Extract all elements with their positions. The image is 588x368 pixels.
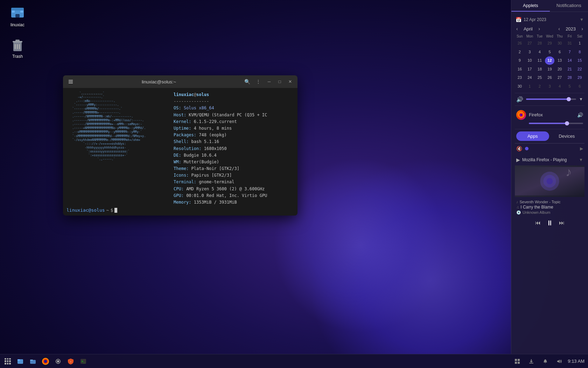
cal-day[interactable]: 21 bbox=[565, 65, 575, 74]
calendar-prev-month[interactable]: ‹ bbox=[515, 25, 519, 32]
media-expand-icon[interactable]: ▼ bbox=[579, 157, 583, 162]
taskbar-tray-download-icon[interactable] bbox=[526, 356, 537, 367]
cal-day[interactable]: 30 bbox=[555, 39, 565, 48]
media-next-button[interactable]: ⏭ bbox=[559, 220, 565, 226]
cal-day[interactable]: 1 bbox=[525, 82, 535, 91]
cal-day[interactable]: 25 bbox=[535, 74, 545, 82]
terminal-minimize-button[interactable]: ─ bbox=[265, 78, 273, 86]
volume-section: 🔊 ▼ bbox=[515, 93, 584, 105]
download-tray-icon bbox=[528, 359, 534, 364]
cal-day[interactable]: 3 bbox=[545, 82, 555, 91]
cal-day[interactable]: 11 bbox=[535, 56, 545, 65]
cal-day[interactable]: 15 bbox=[575, 56, 584, 65]
cal-day[interactable]: 4 bbox=[535, 48, 545, 56]
cal-day[interactable]: 5 bbox=[565, 82, 575, 91]
terminal-menu-icon bbox=[66, 77, 75, 86]
volume-slider[interactable] bbox=[526, 98, 576, 100]
terminal-close-button[interactable]: ✕ bbox=[286, 78, 294, 86]
volume-expand-icon[interactable]: ▼ bbox=[579, 97, 583, 102]
calendar-prev-year[interactable]: ‹ bbox=[557, 25, 561, 32]
cal-day[interactable]: 17 bbox=[525, 65, 535, 74]
cal-day[interactable]: 18 bbox=[535, 65, 545, 74]
muted-expand-icon[interactable]: ▶ bbox=[580, 146, 583, 151]
media-art-area: ♪ bbox=[515, 165, 584, 197]
svg-point-17 bbox=[520, 114, 522, 116]
terminal-title: linuxiac@solus:~ bbox=[78, 79, 240, 84]
firefox-volume-slider[interactable] bbox=[529, 123, 583, 124]
cal-day[interactable]: 26 bbox=[515, 39, 525, 48]
cal-day-today[interactable]: 12 bbox=[545, 56, 555, 65]
cal-day[interactable]: 24 bbox=[525, 74, 535, 82]
cal-day[interactable]: 23 bbox=[515, 74, 525, 82]
taskbar-terminal-button[interactable]: >_ bbox=[78, 356, 89, 367]
tab-apps[interactable]: Apps bbox=[516, 131, 549, 141]
media-prev-button[interactable]: ⏮ bbox=[535, 220, 541, 226]
taskbar-app-grid-button[interactable] bbox=[2, 356, 13, 367]
cal-day[interactable]: 26 bbox=[545, 74, 555, 82]
cal-day[interactable]: 2 bbox=[535, 82, 545, 91]
terminal-maximize-button[interactable]: □ bbox=[276, 78, 284, 86]
firefox-volume-icon[interactable]: 🔊 bbox=[577, 112, 583, 118]
calendar-next-month[interactable]: › bbox=[537, 25, 541, 32]
tab-notifications[interactable]: Notifications bbox=[550, 0, 588, 12]
taskbar-folder-button[interactable] bbox=[27, 356, 38, 367]
cal-day[interactable]: 5 bbox=[545, 48, 555, 56]
cal-day[interactable]: 20 bbox=[555, 65, 565, 74]
cal-day[interactable]: 29 bbox=[575, 74, 584, 82]
cal-day[interactable]: 2 bbox=[515, 48, 525, 56]
cal-day[interactable]: 8 bbox=[575, 48, 584, 56]
calendar-next-year[interactable]: › bbox=[580, 25, 584, 32]
terminal-window: linuxiac@solus:~ 🔍 ⋮ ─ □ ✕ `,,,,,,,,,,,,… bbox=[63, 75, 298, 216]
terminal-prompt[interactable]: linuxiac@solus ~ $ bbox=[63, 206, 298, 216]
svg-rect-1 bbox=[11, 8, 24, 11]
cal-day[interactable]: 9 bbox=[515, 56, 525, 65]
media-playing-label: Mozilla Firefox - Playing bbox=[522, 157, 579, 162]
taskbar-tray-bell-icon[interactable] bbox=[540, 356, 551, 367]
cal-day[interactable]: 19 bbox=[545, 65, 555, 74]
tab-devices[interactable]: Devices bbox=[551, 131, 583, 141]
apps-grid-icon bbox=[5, 358, 11, 364]
tab-applets[interactable]: Applets bbox=[511, 0, 550, 12]
cal-day[interactable]: 28 bbox=[565, 74, 575, 82]
calendar-grid: ‹ April › ‹ 2023 › Sun Mon Tue Wed Thu F… bbox=[515, 25, 584, 91]
cal-day[interactable]: 3 bbox=[525, 48, 535, 56]
taskbar-firefox-button[interactable] bbox=[40, 356, 51, 367]
desktop-icon-home[interactable]: linuxiac bbox=[4, 4, 31, 29]
terminal-body: `,,,,,,,,,,,,` -+/----------.` .---:mNo-… bbox=[63, 88, 298, 206]
taskbar-files-button[interactable] bbox=[15, 356, 26, 367]
cal-day[interactable]: 6 bbox=[575, 82, 584, 91]
cal-day[interactable]: 13 bbox=[555, 56, 565, 65]
dow-fri: Fri bbox=[565, 34, 575, 39]
desktop-icon-trash[interactable]: Trash bbox=[4, 35, 31, 60]
terminal-search-icon[interactable]: 🔍 bbox=[243, 77, 251, 86]
calendar-expand-icon[interactable]: ▼ bbox=[580, 17, 584, 22]
taskbar-shield-button[interactable]: ! bbox=[65, 356, 76, 367]
taskbar-right: 9:13 AM bbox=[508, 356, 588, 367]
cal-day[interactable]: 27 bbox=[525, 39, 535, 48]
cal-day[interactable]: 16 bbox=[515, 65, 525, 74]
desktop: linuxiac Trash linuxiac@solus:~ 🔍 ⋮ ─ □ bbox=[0, 0, 588, 368]
cal-day[interactable]: 31 bbox=[565, 39, 575, 48]
apps-devices-tabs: Apps Devices bbox=[515, 129, 584, 143]
cal-day[interactable]: 27 bbox=[555, 74, 565, 82]
cal-day[interactable]: 29 bbox=[545, 39, 555, 48]
cal-day[interactable]: 14 bbox=[565, 56, 575, 65]
cal-day[interactable]: 7 bbox=[565, 48, 575, 56]
cal-day[interactable]: 10 bbox=[525, 56, 535, 65]
cal-day[interactable]: 30 bbox=[515, 82, 525, 91]
dow-sun: Sun bbox=[515, 34, 525, 39]
cal-day[interactable]: 6 bbox=[555, 48, 565, 56]
taskbar-tray-windows-icon[interactable] bbox=[512, 356, 523, 367]
trash-icon-label: Trash bbox=[12, 54, 23, 59]
muted-icon: 🔇 bbox=[516, 146, 522, 151]
media-pause-button[interactable]: ⏸ bbox=[546, 219, 553, 227]
cal-day[interactable]: 28 bbox=[535, 39, 545, 48]
cal-day[interactable]: 22 bbox=[575, 65, 584, 74]
taskbar-settings-button[interactable] bbox=[52, 356, 64, 367]
prompt-cursor bbox=[114, 208, 117, 213]
terminal-more-icon[interactable]: ⋮ bbox=[254, 77, 262, 86]
cal-day[interactable]: 4 bbox=[555, 82, 565, 91]
calendar-date-text: 12 Apr 2023 bbox=[524, 17, 546, 22]
taskbar-tray-volume-icon[interactable] bbox=[554, 356, 565, 367]
cal-day[interactable]: 1 bbox=[575, 39, 584, 48]
